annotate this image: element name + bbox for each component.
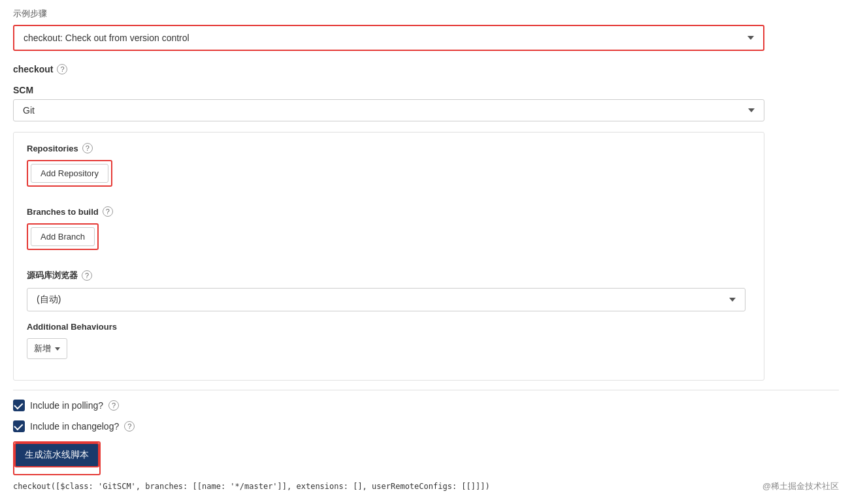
step-dropdown-chevron-icon	[747, 36, 754, 40]
changelog-row: Include in changelog? ?	[13, 420, 839, 432]
browser-selected-value: (自动)	[37, 294, 61, 306]
page-container: 示例步骤 checkout: Check out from version co…	[0, 0, 852, 504]
branches-help-icon[interactable]: ?	[103, 206, 113, 217]
repositories-label: Repositories ?	[27, 143, 751, 153]
behaviour-dropdown-arrow-icon	[55, 347, 60, 351]
code-output: checkout([$class: 'GitSCM', branches: [[…	[13, 482, 839, 491]
changelog-checkbox[interactable]	[13, 420, 25, 432]
scm-label: SCM	[13, 85, 839, 95]
section-title: 示例步骤	[13, 8, 839, 20]
polling-help-icon[interactable]: ?	[108, 400, 119, 411]
browser-label: 源码库浏览器 ?	[27, 270, 751, 281]
branches-section: Branches to build ? Add Branch	[27, 206, 751, 259]
polling-row: Include in polling? ?	[13, 400, 839, 411]
scm-chevron-icon	[748, 108, 755, 112]
checkout-help-icon[interactable]: ?	[57, 64, 67, 74]
generate-pipeline-button[interactable]: 生成流水线脚本	[14, 443, 99, 467]
scm-select[interactable]: Git	[13, 99, 764, 121]
changelog-help-icon[interactable]: ?	[124, 421, 135, 432]
checkout-section: checkout ?	[13, 64, 839, 74]
browser-section: 源码库浏览器 ? (自动)	[27, 270, 751, 311]
step-dropdown-text: checkout: Check out from version control	[24, 33, 189, 43]
repositories-section: Repositories ? Add Repository	[27, 143, 751, 196]
checkout-label: checkout ?	[13, 64, 839, 74]
separator	[13, 390, 839, 390]
browser-select[interactable]: (自动)	[27, 288, 746, 311]
repositories-help-icon[interactable]: ?	[82, 143, 93, 153]
git-settings-form: Repositories ? Add Repository Branches t…	[13, 132, 764, 381]
browser-chevron-icon	[729, 298, 736, 302]
scm-selected-value: Git	[23, 105, 35, 116]
watermark: @稀土掘金技术社区	[762, 480, 839, 492]
behaviours-section: Additional Behaviours 新增	[27, 322, 751, 359]
step-dropdown[interactable]: checkout: Check out from version control	[13, 25, 764, 51]
add-branch-button[interactable]: Add Branch	[31, 227, 95, 246]
add-repository-button[interactable]: Add Repository	[31, 164, 108, 183]
scm-section: SCM Git	[13, 85, 839, 121]
branches-label: Branches to build ?	[27, 206, 751, 217]
add-repository-highlight: Add Repository	[27, 160, 112, 187]
add-branch-highlight: Add Branch	[27, 223, 99, 250]
browser-help-icon[interactable]: ?	[82, 270, 92, 281]
polling-label: Include in polling?	[30, 400, 103, 411]
generate-wrap: 生成流水线脚本	[13, 441, 101, 475]
polling-checkbox[interactable]	[13, 400, 25, 411]
add-behaviour-label: 新增	[34, 343, 51, 354]
add-behaviour-button[interactable]: 新增	[27, 338, 67, 359]
changelog-label: Include in changelog?	[30, 421, 119, 432]
behaviours-label: Additional Behaviours	[27, 322, 751, 332]
